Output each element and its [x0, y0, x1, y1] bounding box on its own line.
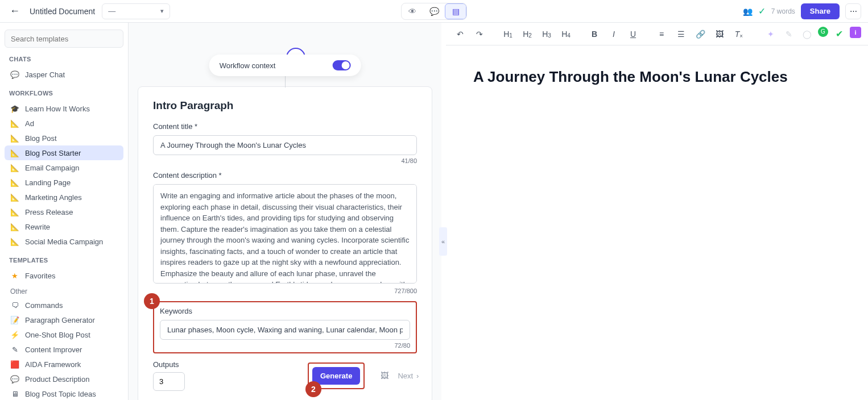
panel-divider: « [441, 23, 446, 400]
generate-highlight: Generate 2 [308, 363, 365, 389]
chevron-right-icon: › [416, 372, 419, 380]
chat-icon: 💬 [10, 70, 19, 79]
sidebar: CHATS 💬 Jasper Chat WORKFLOWS 🎓Learn How… [0, 23, 129, 400]
content-title-counter: 41/80 [153, 157, 417, 164]
sidebar-item-social-media[interactable]: 📐Social Media Campaign [5, 234, 123, 249]
content-title-input[interactable] [153, 135, 417, 155]
clear-format-button[interactable]: Tₓ [731, 27, 746, 41]
sidebar-item-learn[interactable]: 🎓Learn How It Works [5, 101, 123, 116]
sidebar-item-aida[interactable]: 🟥AIDA Framework [5, 357, 123, 372]
sidebar-item-topic-ideas[interactable]: 🖥Blog Post Topic Ideas [5, 386, 123, 400]
next-button[interactable]: Next › [398, 372, 419, 380]
sidebar-item-content-improver[interactable]: ✎Content Improver [5, 342, 123, 357]
sidebar-item-blog-post[interactable]: 📐Blog Post [5, 131, 123, 145]
sidebar-item-email-campaign[interactable]: 📐Email Campaign [5, 160, 123, 175]
view-toggle: 👁 💬 ▤ [401, 3, 467, 20]
collaborators-icon[interactable]: 👥 [743, 7, 753, 16]
h4-button[interactable]: H4 [559, 27, 573, 41]
card-title: Intro Paragraph [153, 99, 417, 112]
sidebar-item-marketing-angles[interactable]: 📐Marketing Angles [5, 190, 123, 205]
bolt-icon: ⚡ [10, 330, 19, 339]
style-label: — [108, 7, 115, 15]
saved-check-icon: ✓ [758, 6, 766, 16]
sidebar-item-ad[interactable]: 📐Ad [5, 116, 123, 131]
sparkle-icon[interactable]: ✦ [763, 27, 778, 41]
shield-check-icon[interactable]: ✔ [832, 27, 846, 41]
undo-button[interactable]: ↶ [453, 27, 468, 41]
style-dropdown[interactable]: — ▾ [102, 3, 170, 19]
pencil-icon: ✎ [10, 345, 19, 354]
workflow-context-toggle[interactable] [332, 60, 350, 70]
edit-icon[interactable]: ✎ [782, 27, 796, 41]
sidebar-item-label: Press Release [25, 208, 73, 216]
workflow-icon: 📐 [10, 148, 19, 157]
topbar: ← Untitled Document — ▾ 👁 💬 ▤ 👥 ✓ 7 word… [0, 0, 868, 23]
generate-button[interactable]: Generate [312, 367, 360, 385]
sidebar-item-label: Content Improver [25, 345, 82, 354]
ordered-list-button[interactable]: ≡ [654, 27, 669, 41]
next-label: Next [398, 372, 413, 380]
other-section-label: Other [5, 283, 123, 298]
content-description-counter: 727/800 [153, 288, 417, 294]
keywords-label: Keywords [160, 307, 410, 315]
sidebar-item-press-release[interactable]: 📐Press Release [5, 205, 123, 219]
sidebar-item-label: AIDA Framework [25, 360, 81, 369]
document-heading[interactable]: A Journey Through the Moon's Lunar Cycle… [473, 68, 841, 86]
sidebar-item-commands[interactable]: 🗨Commands [5, 298, 123, 312]
framework-icon: 🟥 [10, 360, 19, 369]
annotation-badge-1: 1 [144, 293, 160, 309]
search-input[interactable] [5, 30, 123, 48]
info-badge-icon[interactable]: i [850, 27, 861, 38]
link-button[interactable]: 🔗 [693, 27, 708, 41]
split-view-button[interactable]: ▤ [445, 3, 466, 19]
content-description-input[interactable]: Write an engaging and informative articl… [153, 184, 417, 284]
chevron-down-icon: ▾ [160, 7, 164, 15]
workflow-icon: 📐 [10, 222, 19, 231]
content-description-label: Content description * [153, 171, 417, 180]
sidebar-item-label: Commands [25, 301, 63, 310]
paragraph-icon: 📝 [10, 315, 19, 324]
chat-view-button[interactable]: 💬 [423, 3, 445, 19]
underline-button[interactable]: U [626, 27, 640, 41]
speech-icon: 🗨 [10, 301, 19, 310]
collapse-handle[interactable]: « [439, 227, 447, 256]
image-button[interactable]: 🖼 [712, 27, 727, 41]
more-menu-button[interactable]: ⋯ [845, 3, 861, 19]
annotation-badge-2: 2 [305, 381, 321, 397]
sidebar-item-rewrite[interactable]: 📐Rewrite [5, 219, 123, 234]
document-area[interactable]: A Journey Through the Moon's Lunar Cycle… [446, 45, 868, 400]
workflow-icon: 📐 [10, 207, 19, 216]
h1-button[interactable]: H1 [501, 27, 515, 41]
sidebar-item-favorites[interactable]: ★Favorites [5, 268, 123, 283]
unordered-list-button[interactable]: ☰ [673, 27, 688, 41]
outputs-input[interactable] [153, 372, 185, 391]
sidebar-item-label: Social Media Campaign [25, 238, 103, 246]
grad-cap-icon: 🎓 [10, 104, 19, 113]
circle-icon[interactable]: ◯ [800, 27, 815, 41]
sidebar-item-one-shot[interactable]: ⚡One-Shot Blog Post [5, 327, 123, 342]
intro-paragraph-card: Intro Paragraph Content title * 41/80 Co… [138, 86, 432, 400]
grammarly-badge-icon[interactable]: G [818, 27, 828, 37]
sidebar-item-product-description[interactable]: 💬Product Description [5, 372, 123, 386]
sidebar-item-jasper-chat[interactable]: 💬 Jasper Chat [5, 67, 123, 82]
sidebar-item-paragraph-generator[interactable]: 📝Paragraph Generator [5, 312, 123, 327]
document-title[interactable]: Untitled Document [30, 7, 95, 16]
preview-view-button[interactable]: 👁 [402, 3, 423, 19]
italic-button[interactable]: I [606, 27, 621, 41]
bold-button[interactable]: B [587, 27, 602, 41]
h3-button[interactable]: H3 [539, 27, 554, 41]
sidebar-item-label: Ad [25, 119, 34, 128]
image-icon[interactable]: 🖼 [381, 371, 388, 380]
sidebar-item-landing-page[interactable]: 📐Landing Page [5, 175, 123, 190]
sidebar-item-blog-post-starter[interactable]: 📐Blog Post Starter [5, 145, 123, 160]
redo-button[interactable]: ↷ [472, 27, 487, 41]
keywords-input[interactable] [160, 320, 410, 340]
back-button[interactable]: ← [7, 3, 23, 19]
monitor-icon: 🖥 [10, 389, 19, 398]
outputs-label: Outputs [153, 360, 185, 369]
sidebar-item-label: Product Description [25, 375, 89, 384]
h2-button[interactable]: H2 [520, 27, 535, 41]
sidebar-item-label: Blog Post [25, 134, 57, 143]
sidebar-item-label: Landing Page [25, 178, 71, 187]
share-button[interactable]: Share [801, 3, 840, 19]
